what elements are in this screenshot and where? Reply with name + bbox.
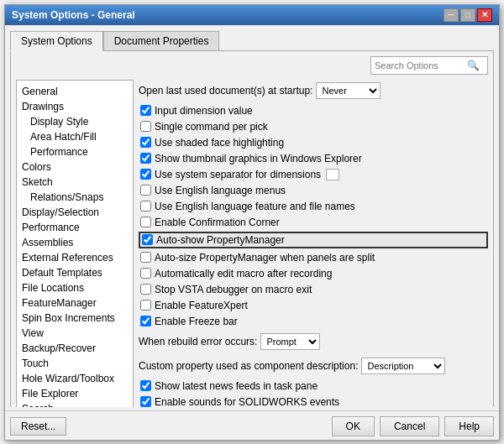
search-input[interactable] bbox=[375, 60, 467, 71]
options-panel: Open last used document(s) at startup: N… bbox=[139, 80, 488, 407]
open-last-label: Open last used document(s) at startup: bbox=[139, 85, 312, 97]
edit-macro-checkbox[interactable] bbox=[140, 268, 151, 279]
open-last-dropdown[interactable]: Never Read-only Prompt bbox=[316, 82, 381, 99]
rebuild-label: When rebuild error occurs: bbox=[139, 336, 257, 347]
checkbox-row-edit-macro: Automatically edit macro after recording bbox=[139, 267, 488, 280]
tree-item-file-explorer[interactable]: File Explorer bbox=[17, 386, 133, 401]
checkbox-row-auto-show-pm: Auto-show PropertyManager bbox=[139, 232, 488, 248]
help-button[interactable]: Help bbox=[444, 416, 494, 436]
title-bar: System Options - General ─ □ ✕ bbox=[5, 5, 499, 25]
tab-system-options[interactable]: System Options bbox=[10, 31, 103, 51]
auto-size-pm-checkbox[interactable] bbox=[140, 252, 151, 263]
tree-item-view[interactable]: View bbox=[17, 326, 133, 341]
checkbox-row-news-feeds: Show latest news feeds in task pane bbox=[139, 379, 488, 393]
ok-button[interactable]: OK bbox=[332, 416, 375, 436]
tree-item-relations-snaps[interactable]: Relations/Snaps bbox=[17, 190, 133, 205]
checkbox-row-english-menus: Use English language menus bbox=[139, 184, 488, 197]
close-button[interactable]: ✕ bbox=[477, 8, 492, 22]
auto-show-pm-label[interactable]: Auto-show PropertyManager bbox=[156, 234, 285, 246]
english-features-checkbox[interactable] bbox=[140, 201, 151, 212]
separator-preview-box bbox=[326, 169, 339, 180]
freeze-bar-label[interactable]: Enable Freeze bar bbox=[155, 316, 238, 327]
search-icon: 🔍 bbox=[467, 60, 480, 71]
checkbox-row-input-dim: Input dimension value bbox=[139, 104, 488, 118]
search-bar: 🔍 bbox=[370, 56, 488, 75]
system-options-dialog: System Options - General ─ □ ✕ System Op… bbox=[4, 4, 500, 441]
tree-item-display-style[interactable]: Display Style bbox=[17, 114, 133, 129]
tree-item-performance-drawings[interactable]: Performance bbox=[17, 144, 133, 159]
edit-macro-label[interactable]: Automatically edit macro after recording bbox=[155, 268, 332, 279]
tree-item-default-templates[interactable]: Default Templates bbox=[17, 265, 133, 280]
news-feeds-checkbox[interactable] bbox=[140, 380, 151, 391]
maximize-button[interactable]: □ bbox=[460, 8, 475, 22]
thumbnail-label[interactable]: Show thumbnail graphics in Windows Explo… bbox=[155, 153, 362, 165]
single-command-checkbox[interactable] bbox=[140, 121, 151, 132]
sounds-checkbox[interactable] bbox=[140, 396, 151, 407]
tree-item-sketch[interactable]: Sketch bbox=[17, 175, 133, 190]
english-menus-label[interactable]: Use English language menus bbox=[155, 185, 286, 196]
input-dimension-checkbox[interactable] bbox=[140, 105, 151, 116]
tree-item-external-references[interactable]: External References bbox=[17, 250, 133, 265]
single-command-label[interactable]: Single command per pick bbox=[155, 121, 268, 133]
english-menus-checkbox[interactable] bbox=[140, 185, 151, 196]
checkbox-row-confirm-corner: Enable Confirmation Corner bbox=[139, 216, 488, 229]
shaded-face-label[interactable]: Use shaded face highlighting bbox=[155, 137, 284, 149]
custom-prop-dropdown[interactable]: Description Component Reference Part Num… bbox=[361, 358, 445, 374]
tree-item-display-selection[interactable]: Display/Selection bbox=[17, 205, 133, 220]
shaded-face-checkbox[interactable] bbox=[140, 137, 151, 148]
english-features-label[interactable]: Use English language feature and file na… bbox=[155, 201, 355, 212]
checkbox-row-single-cmd: Single command per pick bbox=[139, 120, 488, 133]
tree-item-file-locations[interactable]: File Locations bbox=[17, 280, 133, 295]
reset-button[interactable]: Reset... bbox=[10, 417, 66, 436]
dialog-content: System Options Document Properties 🔍 Gen… bbox=[5, 25, 499, 407]
checkbox-row-sounds: Enable sounds for SOLIDWORKS events bbox=[139, 395, 488, 407]
content-area: General Drawings Display Style Area Hatc… bbox=[16, 80, 488, 407]
thumbnail-checkbox[interactable] bbox=[140, 153, 151, 164]
featurexpert-label[interactable]: Enable FeatureXpert bbox=[155, 300, 248, 311]
tree-item-general[interactable]: General bbox=[17, 84, 133, 99]
bottom-bar: Reset... OK Cancel Help bbox=[5, 410, 499, 440]
custom-prop-label: Custom property used as component descri… bbox=[139, 360, 358, 372]
stop-vsta-checkbox[interactable] bbox=[140, 284, 151, 295]
confirm-corner-checkbox[interactable] bbox=[140, 217, 151, 227]
checkbox-row-auto-size-pm: Auto-size PropertyManager when panels ar… bbox=[139, 251, 488, 264]
main-panel: 🔍 General Drawings Display Style Area Ha… bbox=[10, 50, 494, 407]
tree-item-feature-manager[interactable]: FeatureManager bbox=[17, 295, 133, 311]
open-last-row: Open last used document(s) at startup: N… bbox=[139, 82, 488, 99]
ok-cancel-bar: OK Cancel Help bbox=[332, 416, 494, 436]
cancel-button[interactable]: Cancel bbox=[380, 416, 439, 436]
tab-bar: System Options Document Properties bbox=[10, 30, 494, 50]
rebuild-error-dropdown[interactable]: Prompt Stop Continue bbox=[260, 333, 320, 350]
minimize-button[interactable]: ─ bbox=[444, 8, 459, 22]
featurexpert-checkbox[interactable] bbox=[140, 300, 151, 311]
tree-item-assemblies[interactable]: Assemblies bbox=[17, 235, 133, 250]
input-dimension-label[interactable]: Input dimension value bbox=[155, 105, 253, 117]
separator-label[interactable]: Use system separator for dimensions bbox=[155, 169, 321, 180]
auto-size-pm-label[interactable]: Auto-size PropertyManager when panels ar… bbox=[155, 252, 375, 264]
tree-item-spin-box[interactable]: Spin Box Increments bbox=[17, 311, 133, 326]
tree-item-hole-wizard[interactable]: Hole Wizard/Toolbox bbox=[17, 371, 133, 386]
tree-item-colors[interactable]: Colors bbox=[17, 159, 133, 175]
tree-item-touch[interactable]: Touch bbox=[17, 356, 133, 371]
confirm-corner-label[interactable]: Enable Confirmation Corner bbox=[155, 217, 280, 228]
checkbox-row-stop-vsta: Stop VSTA debugger on macro exit bbox=[139, 283, 488, 296]
tree-item-drawings[interactable]: Drawings bbox=[17, 99, 133, 114]
checkbox-row-freeze-bar: Enable Freeze bar bbox=[139, 315, 488, 328]
auto-show-pm-checkbox[interactable] bbox=[142, 234, 153, 245]
title-bar-controls: ─ □ ✕ bbox=[444, 8, 492, 22]
dialog-title: System Options - General bbox=[12, 9, 135, 21]
checkbox-row-separator: Use system separator for dimensions bbox=[139, 168, 488, 181]
news-feeds-label[interactable]: Show latest news feeds in task pane bbox=[155, 380, 318, 392]
tree-item-search[interactable]: Search bbox=[17, 401, 133, 407]
tree-item-performance[interactable]: Performance bbox=[17, 220, 133, 235]
tree-item-backup[interactable]: Backup/Recover bbox=[17, 341, 133, 356]
tree-panel: General Drawings Display Style Area Hatc… bbox=[16, 80, 134, 407]
tab-document-properties[interactable]: Document Properties bbox=[103, 31, 220, 51]
freeze-bar-checkbox[interactable] bbox=[140, 316, 151, 326]
sounds-label[interactable]: Enable sounds for SOLIDWORKS events bbox=[155, 396, 339, 407]
stop-vsta-label[interactable]: Stop VSTA debugger on macro exit bbox=[155, 284, 312, 295]
checkbox-row-shaded-face: Use shaded face highlighting bbox=[139, 136, 488, 149]
custom-prop-row: Custom property used as component descri… bbox=[139, 358, 488, 374]
tree-item-area-hatch[interactable]: Area Hatch/Fill bbox=[17, 129, 133, 144]
separator-checkbox[interactable] bbox=[140, 169, 151, 180]
